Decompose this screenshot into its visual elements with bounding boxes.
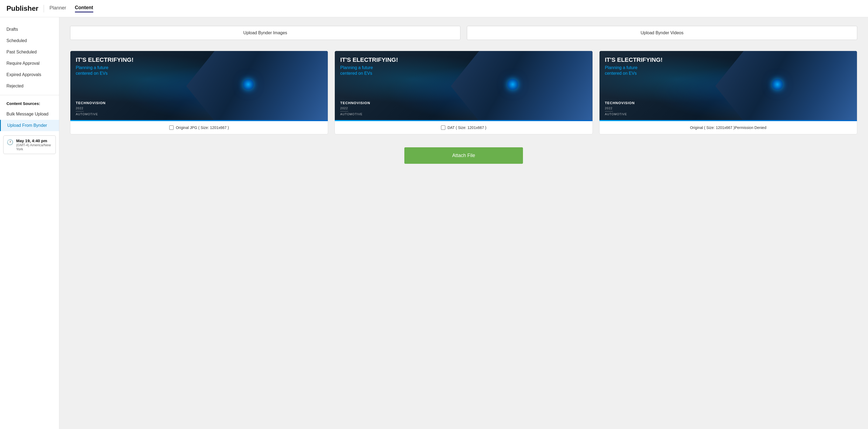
- card-brand-3: TECHNOVISION: [605, 101, 635, 105]
- card-text-1: IT'S ELECTRIFYING! Planning a futurecent…: [70, 51, 139, 82]
- card-year-2: 2022: [340, 107, 348, 110]
- card-headline-1: IT'S ELECTRIFYING!: [76, 56, 133, 63]
- card-info-1: Original JPG ( Size: 1201x667 ): [70, 121, 328, 134]
- card-blue-bar-2: [335, 120, 592, 121]
- upload-bynder-videos-button[interactable]: Upload Bynder Videos: [467, 26, 857, 40]
- card-headline-3: IT'S ELECTRIFYING!: [605, 56, 662, 63]
- upload-buttons-row: Upload Bynder Images Upload Bynder Video…: [70, 26, 857, 40]
- attach-button-wrap: Attach File: [70, 147, 857, 164]
- card-subtext-3: Planning a futurecentered on EVs: [605, 65, 662, 76]
- sidebar-item-rejected[interactable]: Rejected: [0, 80, 59, 92]
- card-text-3: IT'S ELECTRIFYING! Planning a futurecent…: [599, 51, 668, 82]
- card-info-text-2: DAT ( Size: 1201x667 ): [447, 125, 486, 130]
- card-checkbox-1[interactable]: [169, 125, 174, 130]
- sidebar-item-expired-approvals[interactable]: Expired Approvals: [0, 69, 59, 80]
- card-year-1: 2022: [76, 107, 83, 110]
- sidebar-item-scheduled[interactable]: Scheduled: [0, 35, 59, 47]
- main-layout: Drafts Scheduled Past Scheduled Require …: [0, 17, 868, 429]
- card-info-3: Original ( Size: 1201x667 )Permission De…: [599, 121, 857, 134]
- card-subtext-1: Planning a futurecentered on EVs: [76, 65, 133, 76]
- content-card-1[interactable]: IT'S ELECTRIFYING! Planning a futurecent…: [70, 51, 328, 134]
- tab-planner[interactable]: Planner: [49, 5, 66, 12]
- card-image-1: IT'S ELECTRIFYING! Planning a futurecent…: [70, 51, 328, 121]
- card-subbrand-2: AUTOMOTIVE: [340, 113, 363, 116]
- clock-icon: 🕐: [7, 139, 13, 145]
- card-blue-bar-3: [599, 120, 857, 121]
- sidebar-item-past-scheduled[interactable]: Past Scheduled: [0, 47, 59, 58]
- timezone-text: May 19, 4:40 pm (GMT-4) America/New York: [16, 138, 52, 151]
- card-brand-2: TECHNOVISION: [340, 101, 370, 105]
- charging-plug-1: [186, 51, 328, 121]
- charging-plug-3: [715, 51, 857, 121]
- card-footer-3: TECHNOVISION 2022 AUTOMOTIVE: [605, 101, 635, 117]
- card-checkbox-2[interactable]: [441, 125, 445, 130]
- sidebar-item-upload-from-bynder[interactable]: Upload From Bynder: [0, 120, 59, 131]
- sidebar-item-bulk-message-upload[interactable]: Bulk Message Upload: [0, 109, 59, 120]
- card-headline-2: IT'S ELECTRIFYING!: [340, 56, 398, 63]
- timezone-box: 🕐 May 19, 4:40 pm (GMT-4) America/New Yo…: [3, 136, 56, 154]
- card-footer-1: TECHNOVISION 2022 AUTOMOTIVE: [76, 101, 106, 117]
- attach-file-button[interactable]: Attach File: [404, 147, 523, 164]
- timezone-time: May 19, 4:40 pm: [16, 138, 52, 143]
- main-content: Upload Bynder Images Upload Bynder Video…: [59, 17, 868, 429]
- card-year-3: 2022: [605, 107, 613, 110]
- card-subbrand-1: AUTOMOTIVE: [76, 113, 98, 116]
- upload-bynder-images-button[interactable]: Upload Bynder Images: [70, 26, 460, 40]
- card-text-2: IT'S ELECTRIFYING! Planning a futurecent…: [335, 51, 403, 82]
- card-info-2: DAT ( Size: 1201x667 ): [335, 121, 592, 134]
- card-brand-1: TECHNOVISION: [76, 101, 106, 105]
- card-footer-2: TECHNOVISION 2022 AUTOMOTIVE: [340, 101, 370, 117]
- card-subbrand-3: AUTOMOTIVE: [605, 113, 627, 116]
- card-image-2: IT'S ELECTRIFYING! Planning a futurecent…: [335, 51, 592, 121]
- top-nav: Publisher Planner Content: [0, 0, 868, 17]
- sidebar: Drafts Scheduled Past Scheduled Require …: [0, 17, 59, 429]
- sidebar-item-drafts[interactable]: Drafts: [0, 24, 59, 35]
- cards-grid: IT'S ELECTRIFYING! Planning a futurecent…: [70, 51, 857, 134]
- card-blue-bar-1: [70, 120, 328, 121]
- timezone-tz: (GMT-4) America/New York: [16, 143, 52, 151]
- card-info-text-1: Original JPG ( Size: 1201x667 ): [176, 125, 229, 130]
- charging-plug-2: [451, 51, 592, 121]
- card-subtext-2: Planning a futurecentered on EVs: [340, 65, 398, 76]
- sidebar-item-require-approval[interactable]: Require Approval: [0, 58, 59, 69]
- content-card-2[interactable]: IT'S ELECTRIFYING! Planning a futurecent…: [335, 51, 592, 134]
- content-card-3[interactable]: IT'S ELECTRIFYING! Planning a futurecent…: [599, 51, 857, 134]
- card-image-3: IT'S ELECTRIFYING! Planning a futurecent…: [599, 51, 857, 121]
- app-brand: Publisher: [6, 4, 38, 13]
- card-info-text-3: Original ( Size: 1201x667 )Permission De…: [690, 125, 766, 130]
- content-sources-label: Content Sources:: [0, 98, 59, 109]
- tab-content[interactable]: Content: [75, 5, 93, 12]
